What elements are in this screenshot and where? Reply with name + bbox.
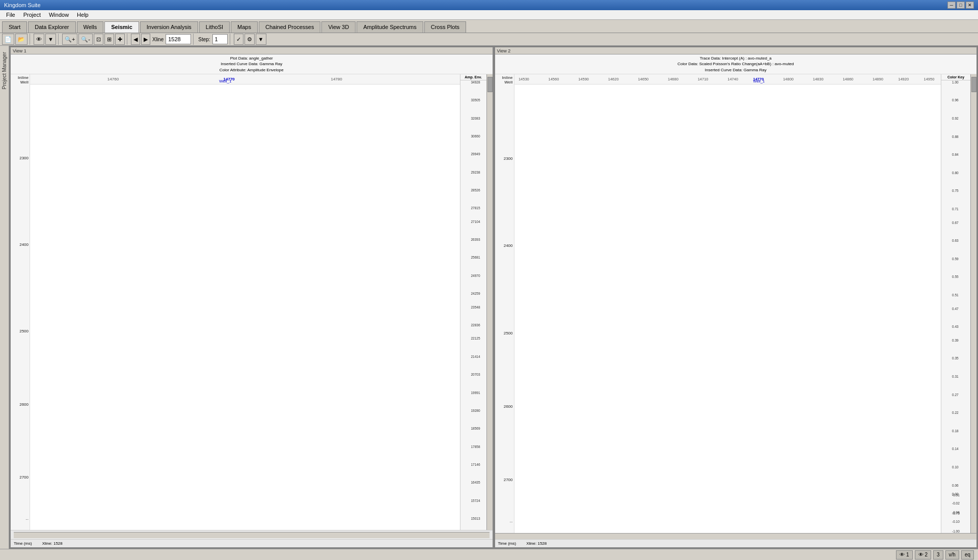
open-button[interactable]: 📂 [15,34,28,45]
cb1-v17: 20703 [471,373,480,376]
view1-inline-14780: 14780 [331,77,342,81]
cb1-v6: 28526 [471,188,480,192]
close-button[interactable]: ✕ [966,2,974,9]
view1-color-attr: Color Attribute: Amplitude Envelope [11,67,493,72]
v2-il-14530: 14530 [519,77,529,81]
cursor-tool[interactable]: ✚ [115,34,125,45]
check-btn[interactable]: ✓ [234,34,243,45]
view2-eye-btn[interactable]: 👁 2 [915,550,931,559]
view-options[interactable]: ▼ [45,34,56,45]
view1-time-dots: ... [25,517,29,520]
project-manager-sidebar: Project Manager [0,46,9,549]
eq-btn[interactable]: eq [961,550,974,559]
menubar: File Project Window Help [0,10,978,20]
tab-cross-plots[interactable]: Cross Plots [424,21,466,33]
view1-amp-label: Amp. Env. [460,74,486,80]
ck-v19: 0.22 [952,411,959,414]
menu-file[interactable]: File [2,11,19,19]
view1-hscrollbar[interactable] [14,532,490,538]
ck-v3: 0.88 [952,134,959,138]
v2-il-14560: 14560 [549,77,559,81]
view2-time-2500: 2500 [504,331,513,335]
view1-vscrollbar[interactable] [486,74,493,530]
cb1-v8: 27104 [471,220,480,223]
view2-main-area: InlineWell 2300 2400 2500 2600 2700 ... … [495,74,977,534]
ck-v28: -0.51 [952,493,960,497]
view2-label: View 2 [497,48,511,53]
view2-vscrollbar-thumb[interactable] [971,77,976,92]
view2-colorbar-canvas [941,80,952,534]
prev-slice[interactable]: ◀ [131,34,140,45]
tab-inversion[interactable]: Inversion Analysis [140,21,198,33]
tab-wells[interactable]: Wells [77,21,104,33]
ck-v27: -0.10 [952,520,960,523]
tab-maps[interactable]: Maps [231,21,258,33]
cb1-v22: 17146 [471,463,480,466]
minimize-button[interactable]: ─ [947,2,956,9]
maximize-button[interactable]: □ [957,2,965,9]
cb1-v16: 21414 [471,355,480,358]
cb1-v14: 22836 [471,323,480,327]
view1-seismic-canvas[interactable] [30,85,460,530]
zoom-out[interactable]: 🔍- [78,34,93,45]
xline-input[interactable] [166,34,191,44]
cb1-v9: 26393 [471,238,480,241]
view2-colorkey-labels: 1.00 0.96 0.92 0.88 0.84 0.80 0.75 0.71 … [952,80,970,534]
menu-help[interactable]: Help [73,11,93,19]
sidebar-label: Project Manager [2,52,7,89]
tab-view3d[interactable]: View 3D [321,21,356,33]
view2-time-2300: 2300 [504,157,513,161]
zoom-in[interactable]: 🔍+ [62,34,77,45]
ck-v11: 0.55 [952,275,959,278]
eye-icon[interactable]: 👁 [34,34,44,45]
view2-vscrollbar[interactable] [970,74,976,534]
cb1-v2: 32083 [471,116,480,120]
vh-btn[interactable]: v/h [945,550,959,559]
view2-y-axis: InlineWell 2300 2400 2500 2600 2700 ... [495,74,514,534]
tab-amp-spectrums[interactable]: Amplitude Spectrums [357,21,423,33]
dropdown-btn[interactable]: ▼ [256,34,266,45]
view1-seismic-plot[interactable]: 14760 14770 14780 Well_1 [30,74,460,530]
settings-btn[interactable]: ⚙ [244,34,255,45]
cb1-v13: 23548 [471,305,480,309]
view1-panel: View 1 Plot Data: angle_gather Inserted … [10,47,494,548]
view2-time-2400: 2400 [504,244,513,248]
view1-time-label: Time (ms) [14,542,32,546]
tab-start[interactable]: Start [2,21,27,33]
secondary-toolbar: 📄 📂 👁 ▼ 🔍+ 🔍- ⊡ ⊞ ✚ ◀ ▶ Xline Step: ✓ ⚙ … [0,33,978,46]
v2-il-14860: 14860 [843,77,853,81]
tab-lithosi[interactable]: LithoSI [199,21,230,33]
new-button[interactable]: 📄 [2,34,14,45]
v2-il-14620: 14620 [608,77,619,81]
view1-vscrollbar-thumb[interactable] [487,77,493,92]
cb1-v25: 15013 [471,517,480,520]
cb1-v18: 19991 [471,390,480,394]
zoom-custom[interactable]: ⊞ [104,34,114,45]
tab-data-explorer[interactable]: Data Explorer [28,21,75,33]
view1-eye-btn[interactable]: 👁 1 [896,550,912,559]
view1-inline-ruler: 14760 14770 14780 Well_1 [30,74,460,85]
view3-btn[interactable]: 3 [933,550,943,559]
menu-window[interactable]: Window [45,11,73,19]
toolbar-tabs: Start Data Explorer Wells Seismic Invers… [0,20,978,33]
v2-well-1-label: Well_1 [753,79,765,83]
step-input[interactable] [212,34,228,44]
view1-time-2600: 2600 [19,403,29,407]
cb1-v11: 24970 [471,274,480,277]
view2-footer: Time (ms) Xline: 1528 [495,540,977,548]
view2-seismic-canvas[interactable] [514,85,941,534]
menu-project[interactable]: Project [19,11,45,19]
v2-il-14800: 14800 [783,77,794,81]
view2-hscrollbar-area[interactable] [495,534,977,540]
view1-inline-label: InlineWell [11,74,30,85]
tab-seismic[interactable]: Seismic [104,21,139,33]
tab-chained[interactable]: Chained Processes [259,21,320,33]
window-controls: ─ □ ✕ [947,2,974,9]
view2-seismic-plot[interactable]: 14530 14560 14590 14620 14650 14680 1471… [514,74,941,534]
ck-v8: 0.67 [952,220,959,224]
app-title: Kingdom Suite [4,2,41,8]
views-container: View 1 Plot Data: angle_gather Inserted … [9,46,978,549]
view2-hscrollbar[interactable] [495,534,977,540]
zoom-fit[interactable]: ⊡ [94,34,103,45]
next-slice[interactable]: ▶ [141,34,150,45]
